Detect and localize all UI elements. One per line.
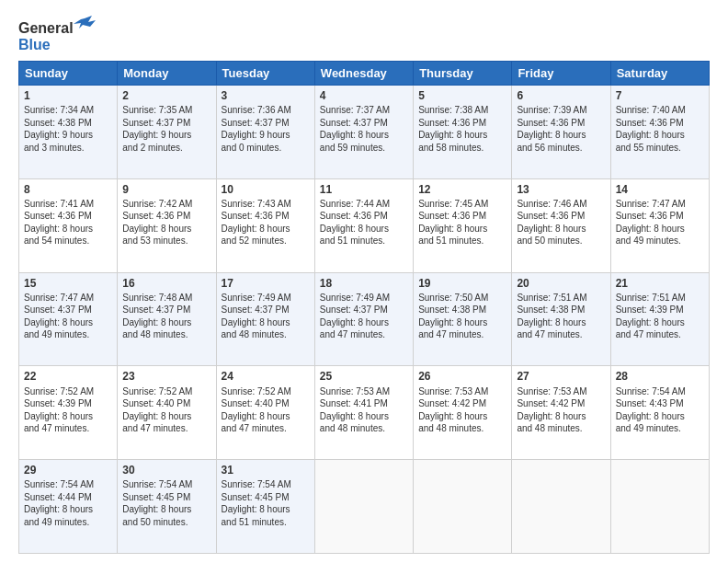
- day-cell-4: 4Sunrise: 7:37 AMSunset: 4:37 PMDaylight…: [314, 86, 413, 179]
- day-cell-5: 5Sunrise: 7:38 AMSunset: 4:36 PMDaylight…: [414, 86, 512, 179]
- day-info: Sunrise: 7:53 AMSunset: 4:42 PMDaylight:…: [418, 385, 506, 435]
- day-cell-15: 15Sunrise: 7:47 AMSunset: 4:37 PMDayligh…: [19, 272, 118, 366]
- day-cell-1: 1Sunrise: 7:34 AMSunset: 4:38 PMDaylight…: [19, 86, 118, 179]
- week-row-2: 8Sunrise: 7:41 AMSunset: 4:36 PMDaylight…: [19, 178, 710, 272]
- weekday-sunday: Sunday: [19, 62, 118, 86]
- day-cell-30: 30Sunrise: 7:54 AMSunset: 4:45 PMDayligh…: [118, 460, 216, 554]
- day-cell-16: 16Sunrise: 7:48 AMSunset: 4:37 PMDayligh…: [118, 272, 216, 366]
- day-cell-13: 13Sunrise: 7:46 AMSunset: 4:36 PMDayligh…: [512, 178, 610, 272]
- day-info: Sunrise: 7:54 AMSunset: 4:45 PMDaylight:…: [222, 478, 310, 528]
- day-number: 31: [222, 463, 310, 477]
- day-number: 5: [418, 88, 506, 103]
- svg-text:General: General: [18, 20, 74, 36]
- day-info: Sunrise: 7:54 AMSunset: 4:44 PMDaylight:…: [24, 478, 112, 528]
- day-info: Sunrise: 7:38 AMSunset: 4:36 PMDaylight:…: [418, 104, 506, 154]
- day-number: 24: [222, 369, 310, 384]
- svg-marker-0: [74, 16, 96, 29]
- day-number: 17: [222, 276, 310, 291]
- day-cell-25: 25Sunrise: 7:53 AMSunset: 4:41 PMDayligh…: [314, 366, 413, 460]
- day-cell-21: 21Sunrise: 7:51 AMSunset: 4:39 PMDayligh…: [610, 272, 709, 366]
- week-row-5: 29Sunrise: 7:54 AMSunset: 4:44 PMDayligh…: [19, 460, 710, 554]
- header: General Blue: [18, 15, 710, 53]
- day-cell-8: 8Sunrise: 7:41 AMSunset: 4:36 PMDaylight…: [19, 178, 118, 272]
- day-cell-6: 6Sunrise: 7:39 AMSunset: 4:36 PMDaylight…: [512, 86, 610, 179]
- empty-cell: [414, 460, 512, 554]
- day-info: Sunrise: 7:53 AMSunset: 4:42 PMDaylight:…: [517, 385, 605, 435]
- day-info: Sunrise: 7:51 AMSunset: 4:38 PMDaylight:…: [517, 292, 605, 341]
- day-info: Sunrise: 7:47 AMSunset: 4:36 PMDaylight:…: [616, 198, 704, 247]
- day-info: Sunrise: 7:47 AMSunset: 4:37 PMDaylight:…: [24, 292, 112, 341]
- day-number: 26: [418, 369, 506, 384]
- day-number: 15: [24, 276, 112, 291]
- empty-cell: [512, 460, 610, 554]
- day-info: Sunrise: 7:39 AMSunset: 4:36 PMDaylight:…: [517, 104, 605, 154]
- day-number: 30: [122, 463, 210, 477]
- day-number: 7: [616, 88, 704, 103]
- day-number: 29: [24, 463, 112, 477]
- day-cell-3: 3Sunrise: 7:36 AMSunset: 4:37 PMDaylight…: [216, 86, 314, 179]
- day-info: Sunrise: 7:35 AMSunset: 4:37 PMDaylight:…: [122, 104, 210, 154]
- day-info: Sunrise: 7:52 AMSunset: 4:40 PMDaylight:…: [222, 385, 310, 435]
- weekday-friday: Friday: [512, 62, 610, 86]
- weekday-header-row: SundayMondayTuesdayWednesdayThursdayFrid…: [19, 62, 710, 86]
- day-number: 12: [418, 182, 506, 197]
- day-number: 1: [24, 88, 112, 103]
- day-cell-28: 28Sunrise: 7:54 AMSunset: 4:43 PMDayligh…: [610, 366, 709, 460]
- day-cell-20: 20Sunrise: 7:51 AMSunset: 4:38 PMDayligh…: [512, 272, 610, 366]
- day-cell-7: 7Sunrise: 7:40 AMSunset: 4:36 PMDaylight…: [610, 86, 709, 179]
- logo: General Blue: [18, 15, 101, 53]
- day-cell-10: 10Sunrise: 7:43 AMSunset: 4:36 PMDayligh…: [216, 178, 314, 272]
- weekday-monday: Monday: [118, 62, 216, 86]
- week-row-1: 1Sunrise: 7:34 AMSunset: 4:38 PMDaylight…: [19, 86, 710, 179]
- day-cell-27: 27Sunrise: 7:53 AMSunset: 4:42 PMDayligh…: [512, 366, 610, 460]
- day-info: Sunrise: 7:41 AMSunset: 4:36 PMDaylight:…: [24, 198, 112, 247]
- day-number: 16: [122, 276, 210, 291]
- weekday-thursday: Thursday: [414, 62, 512, 86]
- day-number: 23: [122, 369, 210, 384]
- day-info: Sunrise: 7:51 AMSunset: 4:39 PMDaylight:…: [616, 292, 704, 341]
- empty-cell: [314, 460, 413, 554]
- day-cell-2: 2Sunrise: 7:35 AMSunset: 4:37 PMDaylight…: [118, 86, 216, 179]
- day-info: Sunrise: 7:40 AMSunset: 4:36 PMDaylight:…: [616, 104, 704, 154]
- day-number: 21: [616, 276, 704, 291]
- day-number: 18: [320, 276, 408, 291]
- day-cell-11: 11Sunrise: 7:44 AMSunset: 4:36 PMDayligh…: [314, 178, 413, 272]
- week-row-4: 22Sunrise: 7:52 AMSunset: 4:39 PMDayligh…: [19, 366, 710, 460]
- day-number: 19: [418, 276, 506, 291]
- day-number: 4: [320, 88, 408, 103]
- day-info: Sunrise: 7:52 AMSunset: 4:39 PMDaylight:…: [24, 385, 112, 435]
- day-info: Sunrise: 7:49 AMSunset: 4:37 PMDaylight:…: [222, 292, 310, 341]
- day-info: Sunrise: 7:44 AMSunset: 4:36 PMDaylight:…: [320, 198, 408, 247]
- day-cell-19: 19Sunrise: 7:50 AMSunset: 4:38 PMDayligh…: [414, 272, 512, 366]
- day-number: 13: [517, 182, 605, 197]
- day-info: Sunrise: 7:54 AMSunset: 4:43 PMDaylight:…: [616, 385, 704, 435]
- day-number: 6: [517, 88, 605, 103]
- day-info: Sunrise: 7:46 AMSunset: 4:36 PMDaylight:…: [517, 198, 605, 247]
- day-number: 27: [517, 369, 605, 384]
- day-cell-23: 23Sunrise: 7:52 AMSunset: 4:40 PMDayligh…: [118, 366, 216, 460]
- empty-cell: [610, 460, 709, 554]
- day-cell-12: 12Sunrise: 7:45 AMSunset: 4:36 PMDayligh…: [414, 178, 512, 272]
- weekday-tuesday: Tuesday: [216, 62, 314, 86]
- day-cell-29: 29Sunrise: 7:54 AMSunset: 4:44 PMDayligh…: [19, 460, 118, 554]
- svg-text:Blue: Blue: [18, 37, 51, 52]
- day-cell-17: 17Sunrise: 7:49 AMSunset: 4:37 PMDayligh…: [216, 272, 314, 366]
- day-info: Sunrise: 7:42 AMSunset: 4:36 PMDaylight:…: [122, 198, 210, 247]
- day-info: Sunrise: 7:34 AMSunset: 4:38 PMDaylight:…: [24, 104, 112, 154]
- day-number: 9: [122, 182, 210, 197]
- day-info: Sunrise: 7:50 AMSunset: 4:38 PMDaylight:…: [418, 292, 506, 341]
- day-cell-9: 9Sunrise: 7:42 AMSunset: 4:36 PMDaylight…: [118, 178, 216, 272]
- week-row-3: 15Sunrise: 7:47 AMSunset: 4:37 PMDayligh…: [19, 272, 710, 366]
- day-info: Sunrise: 7:45 AMSunset: 4:36 PMDaylight:…: [418, 198, 506, 247]
- weekday-wednesday: Wednesday: [314, 62, 413, 86]
- day-number: 2: [122, 88, 210, 103]
- day-info: Sunrise: 7:37 AMSunset: 4:37 PMDaylight:…: [320, 104, 408, 154]
- day-info: Sunrise: 7:48 AMSunset: 4:37 PMDaylight:…: [122, 292, 210, 341]
- weekday-saturday: Saturday: [610, 62, 709, 86]
- calendar-table: SundayMondayTuesdayWednesdayThursdayFrid…: [18, 61, 710, 554]
- day-info: Sunrise: 7:54 AMSunset: 4:45 PMDaylight:…: [122, 478, 210, 528]
- day-number: 14: [616, 182, 704, 197]
- day-cell-18: 18Sunrise: 7:49 AMSunset: 4:37 PMDayligh…: [314, 272, 413, 366]
- page: General Blue SundayMondayTuesdayWednesda…: [0, 0, 728, 563]
- day-number: 8: [24, 182, 112, 197]
